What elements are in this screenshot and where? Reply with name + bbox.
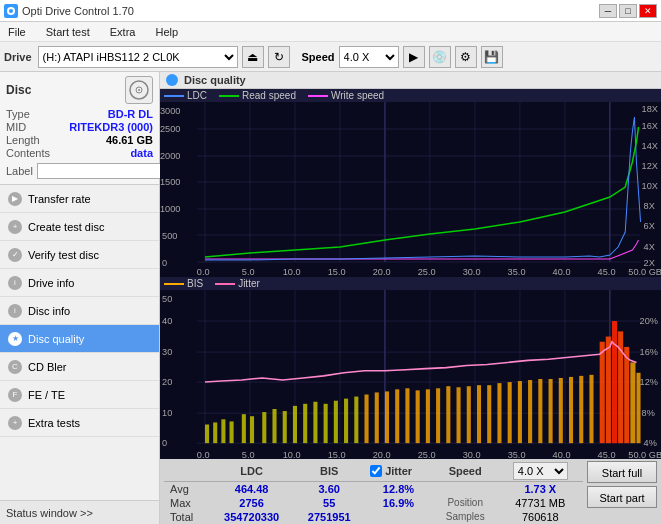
sidebar-item-drive-info[interactable]: i Drive info [0, 269, 159, 297]
disc-contents-val: data [130, 147, 153, 159]
svg-rect-101 [457, 387, 461, 443]
sidebar-item-disc-quality[interactable]: ★ Disc quality [0, 325, 159, 353]
chart-header-icon [166, 74, 178, 86]
disc-contents-row: Contents data [6, 147, 153, 159]
svg-rect-81 [250, 416, 254, 443]
chart1-container: 0 500 1000 1500 2000 2500 3000 2X 4X 6X … [160, 102, 661, 277]
drive-select[interactable]: (H:) ATAPI iHBS112 2 CL0K [38, 46, 238, 68]
sidebar-item-cd-bler[interactable]: C CD Bler [0, 353, 159, 381]
legend-jitter-text: Jitter [238, 278, 260, 289]
sidebar-item-extra-tests[interactable]: + Extra tests [0, 409, 159, 437]
legend-ldc: LDC [164, 90, 207, 101]
chart2-svg: 0 10 20 30 40 50 4% 8% 12% 16% 20% [160, 290, 661, 459]
svg-rect-83 [272, 409, 276, 443]
svg-text:40.0: 40.0 [553, 450, 571, 459]
col-header-jitter-check: Jitter [364, 461, 433, 482]
svg-text:20: 20 [162, 377, 172, 387]
content-area: Disc quality LDC Read speed Write speed [160, 72, 661, 524]
svg-text:6X: 6X [644, 221, 655, 231]
legend-write-speed-text: Write speed [331, 90, 384, 101]
jitter-checkbox[interactable] [370, 465, 382, 477]
svg-text:10X: 10X [642, 181, 658, 191]
disc-type-val: BD-R DL [108, 108, 153, 120]
svg-rect-80 [242, 414, 246, 443]
svg-text:25.0: 25.0 [418, 267, 436, 277]
speed-label: Speed [302, 51, 335, 63]
svg-text:15.0: 15.0 [328, 267, 346, 277]
svg-rect-94 [385, 391, 389, 443]
svg-rect-82 [262, 412, 266, 443]
svg-text:1000: 1000 [160, 204, 180, 214]
svg-text:5.0: 5.0 [242, 450, 255, 459]
chart2-container: 0 10 20 30 40 50 4% 8% 12% 16% 20% [160, 290, 661, 459]
minimize-button[interactable]: ─ [599, 4, 617, 18]
save-button[interactable]: 💾 [481, 46, 503, 68]
sidebar-item-verify-test-disc[interactable]: ✓ Verify test disc [0, 241, 159, 269]
total-ldc: 354720330 [209, 510, 294, 524]
refresh-button[interactable]: ↻ [268, 46, 290, 68]
menu-file[interactable]: File [4, 25, 30, 39]
svg-rect-120 [630, 362, 635, 443]
speed-icon-button[interactable]: ▶ [403, 46, 425, 68]
svg-text:40.0: 40.0 [553, 267, 571, 277]
col-header-speed-select: 4.0 X [498, 461, 583, 482]
svg-rect-99 [436, 388, 440, 443]
svg-text:5.0: 5.0 [242, 267, 255, 277]
svg-rect-108 [528, 380, 532, 443]
write-speed-color [308, 95, 328, 97]
eject-button[interactable]: ⏏ [242, 46, 264, 68]
svg-rect-119 [624, 347, 629, 443]
disc-icon-button[interactable]: 💿 [429, 46, 451, 68]
disc-mid-key: MID [6, 121, 26, 133]
menu-help[interactable]: Help [151, 25, 182, 39]
svg-rect-113 [579, 376, 583, 443]
speed-select2[interactable]: 4.0 X [513, 462, 568, 480]
svg-rect-49 [160, 290, 661, 459]
start-full-button[interactable]: Start full [587, 461, 657, 483]
disc-quality-icon: ★ [8, 332, 22, 346]
svg-text:10.0: 10.0 [283, 267, 301, 277]
avg-speed-key [433, 481, 498, 496]
max-bis: 55 [294, 496, 364, 510]
speed-select[interactable]: 4.0 X 2.0 X 8.0 X [339, 46, 399, 68]
app-icon [4, 4, 18, 18]
app-title: Opti Drive Control 1.70 [22, 5, 134, 17]
svg-text:0: 0 [162, 438, 167, 448]
disc-label-input[interactable] [37, 163, 166, 179]
svg-text:2000: 2000 [160, 151, 180, 161]
menu-extra[interactable]: Extra [106, 25, 140, 39]
disc-type-key: Type [6, 108, 30, 120]
close-button[interactable]: ✕ [639, 4, 657, 18]
sidebar-item-disc-info[interactable]: i Disc info [0, 297, 159, 325]
svg-text:20.0: 20.0 [373, 267, 391, 277]
extra-tests-icon: + [8, 416, 22, 430]
sidebar-label-extra-tests: Extra tests [28, 417, 80, 429]
svg-text:35.0: 35.0 [508, 267, 526, 277]
sidebar-item-transfer-rate[interactable]: ▶ Transfer rate [0, 185, 159, 213]
avg-bis: 3.60 [294, 481, 364, 496]
col-header-blank [164, 461, 209, 482]
max-jitter: 16.9% [364, 496, 433, 510]
window-controls[interactable]: ─ □ ✕ [599, 4, 657, 18]
menu-start-test[interactable]: Start test [42, 25, 94, 39]
svg-point-4 [138, 89, 140, 91]
settings-button[interactable]: ⚙ [455, 46, 477, 68]
svg-text:35.0: 35.0 [508, 450, 526, 459]
titlebar-left: Opti Drive Control 1.70 [4, 4, 134, 18]
svg-text:40: 40 [162, 316, 172, 326]
row-avg-label: Avg [164, 481, 209, 496]
status-window-button[interactable]: Status window >> [0, 500, 159, 524]
svg-text:20.0: 20.0 [373, 450, 391, 459]
sidebar-item-create-test-disc[interactable]: + Create test disc [0, 213, 159, 241]
svg-text:16X: 16X [642, 121, 658, 131]
create-test-disc-icon: + [8, 220, 22, 234]
maximize-button[interactable]: □ [619, 4, 637, 18]
table-row-avg: Avg 464.48 3.60 12.8% 1.73 X [164, 481, 583, 496]
start-part-button[interactable]: Start part [587, 486, 657, 508]
sidebar-item-fe-te[interactable]: F FE / TE [0, 381, 159, 409]
svg-rect-98 [426, 389, 430, 443]
svg-rect-90 [344, 399, 348, 443]
sidebar-label-create-test-disc: Create test disc [28, 221, 104, 233]
ldc-color [164, 95, 184, 97]
svg-rect-91 [354, 397, 358, 444]
